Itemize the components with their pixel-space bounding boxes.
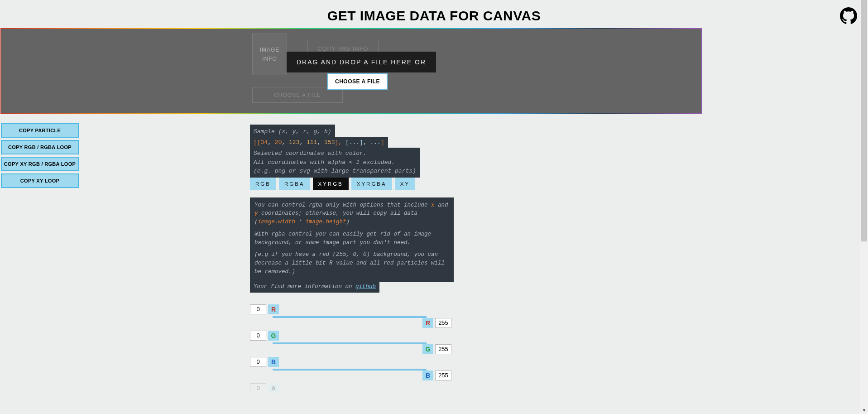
- scrollbar[interactable]: ▲ ▼: [860, 0, 868, 114]
- page-title: GET IMAGE DATA FOR CANVAS: [0, 8, 868, 24]
- github-icon: [840, 7, 857, 24]
- choose-file-button[interactable]: CHOOSE A FILE: [327, 73, 388, 90]
- scrollbar-thumb[interactable]: [861, 0, 867, 114]
- drop-zone[interactable]: IMAGE INFO COPY IMG INFO CHOOSE A FILE D…: [0, 28, 702, 114]
- ghost-image-info: IMAGE INFO: [252, 34, 287, 75]
- drop-text: DRAG AND DROP A FILE HERE OR: [287, 52, 436, 72]
- github-link[interactable]: [840, 7, 857, 24]
